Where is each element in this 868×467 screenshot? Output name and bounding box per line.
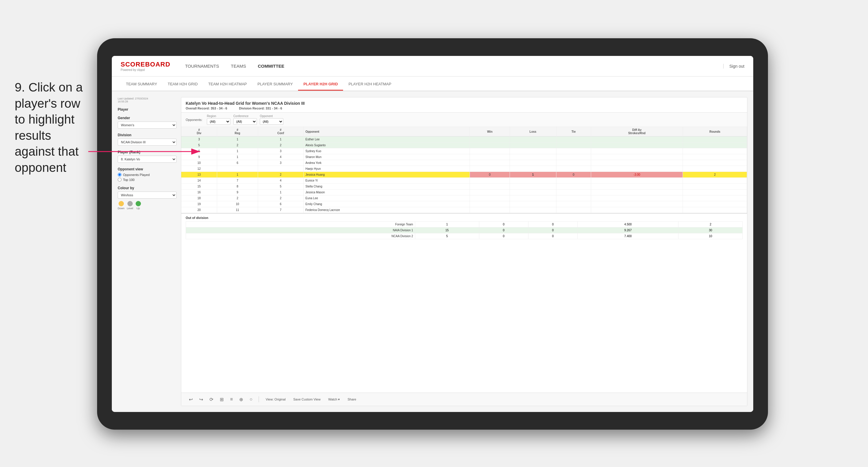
- player-rank-section: Player (Rank) 8. Katelyn Vo: [118, 150, 177, 163]
- undo-button[interactable]: ↩: [187, 396, 194, 403]
- region-select[interactable]: (All): [207, 118, 230, 125]
- diff-cell: [591, 207, 683, 213]
- diff-cell: [591, 201, 683, 207]
- table-row[interactable]: 12Haejo Hyun: [181, 166, 747, 172]
- loss-cell: 1: [509, 172, 556, 178]
- redo-button[interactable]: ↪: [197, 396, 205, 403]
- tab-team-h2h-grid[interactable]: TEAM H2H GRID: [162, 78, 203, 91]
- division-select[interactable]: NCAA Division III: [118, 138, 177, 146]
- table-row[interactable]: 1691Jessica Mason: [181, 189, 747, 195]
- table-row[interactable]: 1822Euna Lee: [181, 195, 747, 201]
- radio-opponents-played[interactable]: Opponents Played: [118, 173, 177, 177]
- opponents-label: Opponents:: [186, 118, 203, 122]
- add-button[interactable]: ⊕: [238, 396, 245, 403]
- table-row[interactable]: 1474Eunice Yi: [181, 178, 747, 184]
- grid-button[interactable]: ⊞: [218, 396, 225, 403]
- table-cell: 5: [258, 184, 303, 189]
- diff-cell: [591, 166, 683, 172]
- opponent-select[interactable]: (All): [260, 118, 283, 125]
- opponent-name-cell: Federica Domecq Lacroze: [303, 207, 470, 213]
- share-button[interactable]: Share: [345, 396, 359, 402]
- opponent-name-cell: Jessica Huang: [303, 172, 470, 178]
- table-row[interactable]: 613Sydney Kuo: [181, 148, 747, 154]
- table-cell: 2: [258, 172, 303, 178]
- colour-by-label: Colour by: [118, 186, 177, 190]
- out-data-cell: 30: [679, 227, 743, 234]
- tab-team-summary[interactable]: TEAM SUMMARY: [121, 78, 162, 91]
- diff-cell: [591, 178, 683, 184]
- tie-cell: [556, 148, 591, 154]
- win-cell: [470, 178, 510, 184]
- watch-button[interactable]: Watch ▾: [326, 396, 342, 403]
- table-cell: 19: [181, 201, 217, 207]
- opponent-name-cell: Euna Lee: [303, 195, 470, 201]
- conference-select[interactable]: (All): [233, 118, 257, 125]
- overall-record: Overall Record: 353 - 34 - 6: [186, 106, 227, 110]
- out-table-body: Foreign Team1004.5002NAIA Division 11500…: [186, 222, 743, 239]
- win-cell: [470, 154, 510, 160]
- instruction-text: 9. Click on a player's row to highlight …: [15, 80, 91, 176]
- tab-team-h2h-heatmap[interactable]: TEAM H2H HEATMAP: [203, 78, 252, 91]
- opponent-filter-group: Opponent (All): [260, 115, 283, 125]
- tie-cell: [556, 178, 591, 184]
- dot-down-circle: [119, 201, 124, 206]
- player-rank-select[interactable]: 8. Katelyn Vo: [118, 156, 177, 163]
- save-custom-view-button[interactable]: Save Custom View: [291, 396, 323, 402]
- table-row[interactable]: 20117Federica Domecq Lacroze: [181, 207, 747, 213]
- out-data-cell: 0: [479, 222, 528, 227]
- table-row[interactable]: 1312Jessica Huang010-3.002: [181, 172, 747, 178]
- out-data-cell: 5: [415, 234, 479, 239]
- radio-top-100[interactable]: Top 100: [118, 178, 177, 182]
- tablet-screen: SCOREBOARD Powered by clippd TOURNAMENTS…: [112, 56, 753, 412]
- table-cell: 6: [258, 201, 303, 207]
- refresh-button[interactable]: ⟳: [208, 396, 215, 403]
- table-cell: 10: [181, 160, 217, 166]
- out-of-division-title: Out of division: [186, 216, 743, 220]
- nav-teams[interactable]: TEAMS: [231, 62, 246, 70]
- table-cell: 2: [258, 195, 303, 201]
- tie-cell: [556, 201, 591, 207]
- table-cell: 13: [181, 172, 217, 178]
- table-cell: 5: [181, 143, 217, 148]
- table-row[interactable]: 522Alexis Sugianto: [181, 143, 747, 148]
- table-row[interactable]: 1063Andrea York: [181, 160, 747, 166]
- tab-player-h2h-heatmap[interactable]: PLAYER H2H HEATMAP: [343, 78, 396, 91]
- tab-player-h2h-grid[interactable]: PLAYER H2H GRID: [298, 78, 343, 91]
- table-cell: 16: [181, 189, 217, 195]
- division-record: Division Record: 331 - 34 - 6: [239, 106, 282, 110]
- out-table-row[interactable]: Foreign Team1004.5002: [186, 222, 743, 227]
- out-data-cell: 0: [479, 227, 528, 234]
- opponent-view-section: Opponent view Opponents Played Top 100: [118, 167, 177, 182]
- table-cell: 4: [258, 154, 303, 160]
- menu-button[interactable]: ≡: [228, 396, 235, 403]
- conference-label: Conference: [233, 115, 257, 118]
- table-row[interactable]: 1585Stella Chang: [181, 184, 747, 189]
- out-table-row[interactable]: NAIA Division 115009.26730: [186, 227, 743, 234]
- loss-cell: [509, 154, 556, 160]
- circle-button[interactable]: ○: [248, 396, 254, 403]
- gender-select[interactable]: Women's: [118, 122, 177, 129]
- table-row[interactable]: 311Esther Lee: [181, 136, 747, 143]
- dot-up-circle: [136, 201, 141, 206]
- loss-cell: [509, 148, 556, 154]
- view-original-button[interactable]: View: Original: [264, 396, 288, 402]
- nav-tournaments[interactable]: TOURNAMENTS: [185, 62, 219, 70]
- sign-out-button[interactable]: Sign out: [723, 64, 744, 68]
- nav-committee[interactable]: COMMITTEE: [258, 62, 284, 70]
- colour-by-select[interactable]: Win/loss: [118, 192, 177, 199]
- diff-cell: [591, 160, 683, 166]
- loss-cell: [509, 195, 556, 201]
- nav-links: TOURNAMENTS TEAMS COMMITTEE: [185, 62, 723, 70]
- loss-cell: [509, 184, 556, 189]
- out-table-row[interactable]: NCAA Division 25007.40010: [186, 234, 743, 239]
- tab-player-summary[interactable]: PLAYER SUMMARY: [252, 78, 298, 91]
- table-row[interactable]: 914Sharon Mun: [181, 154, 747, 160]
- table-row[interactable]: 19106Emily Chang: [181, 201, 747, 207]
- player-rank-label: Player (Rank): [118, 150, 177, 154]
- logo-title: SCOREBOARD: [121, 61, 170, 68]
- loss-cell: [509, 178, 556, 184]
- rounds-cell: [683, 166, 747, 172]
- table-cell: 2: [217, 143, 258, 148]
- out-data-cell: 0: [528, 222, 577, 227]
- rounds-cell: [683, 207, 747, 213]
